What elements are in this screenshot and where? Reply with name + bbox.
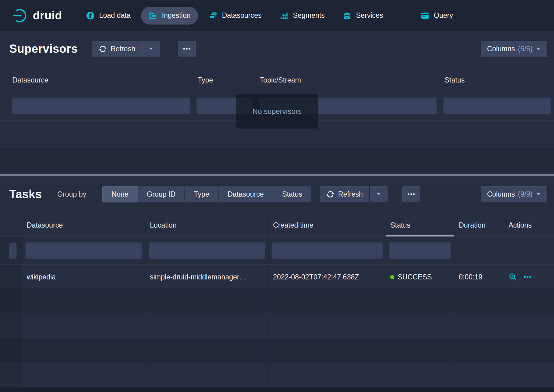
refresh-interval-button[interactable] [370, 186, 388, 202]
task-filter-location-input[interactable] [149, 242, 265, 259]
nav-item-query[interactable]: Query [413, 7, 461, 25]
columns-label: Columns [487, 45, 515, 53]
task-actions [504, 265, 554, 289]
empty-cell [22, 289, 146, 313]
column-header-type[interactable]: Type [193, 70, 256, 91]
tasks-columns-button[interactable]: Columns (9/9) [481, 186, 547, 202]
empty-cell [146, 338, 269, 363]
empty-cell [22, 338, 146, 363]
section-resize-splitter[interactable] [0, 174, 554, 176]
supervisors-header-row: Datasource Type Topic/Stream Status [0, 70, 554, 91]
empty-cell [504, 289, 554, 313]
brand-name: druid [33, 9, 62, 22]
nav-item-segments[interactable]: Segments [272, 7, 332, 25]
nav-item-label: Services [356, 11, 383, 20]
column-header-duration[interactable]: Duration [455, 214, 504, 236]
nav-divider [70, 9, 70, 22]
task-id-filter-stub[interactable] [9, 242, 17, 259]
empty-cell [0, 121, 193, 147]
tasks-header-row: Datasource Location Created time Status … [0, 214, 554, 236]
column-header-actions[interactable]: Actions [504, 214, 554, 236]
group-by-datasource-button[interactable]: Datasource [218, 186, 273, 202]
task-filter-datasource-input[interactable] [25, 242, 142, 259]
top-nav: druid Load data Ingestion [0, 0, 554, 31]
nav-item-datasources[interactable]: Datasources [201, 7, 269, 25]
task-location: simple-druid-middlemanager… [150, 265, 246, 289]
no-supervisors-message: No supervisors [236, 94, 318, 129]
filter-cell [269, 236, 386, 264]
refresh-label: Refresh [111, 45, 135, 53]
column-header-created-time[interactable]: Created time [269, 214, 386, 236]
chevron-down-icon [376, 191, 381, 197]
group-by-none-button[interactable]: None [102, 186, 138, 202]
zoom-in-icon[interactable] [509, 273, 517, 281]
task-duration: 0:00:19 [455, 265, 504, 289]
empty-cell [440, 121, 554, 147]
nav-item-label: Datasources [222, 11, 262, 20]
column-header-datasource[interactable]: Datasource [22, 214, 146, 236]
empty-cell [440, 148, 554, 174]
column-header-topic-stream[interactable]: Topic/Stream [256, 70, 440, 91]
refresh-icon [326, 190, 334, 198]
filter-cell [22, 236, 146, 264]
supervisors-section: Supervisors Refresh [0, 39, 554, 176]
nav-item-ingestion[interactable]: Ingestion [141, 7, 198, 25]
empty-cell [22, 363, 146, 387]
empty-cell [455, 289, 504, 313]
bottom-scrollbar-track [0, 387, 554, 392]
empty-cell [0, 338, 22, 363]
druid-logo[interactable]: druid [12, 8, 62, 24]
tasks-section: Tasks Group by None Group ID Type Dataso… [0, 184, 554, 387]
task-filter-status-input[interactable] [389, 242, 451, 259]
empty-cell [193, 148, 256, 174]
segments-icon [279, 11, 289, 20]
refresh-button[interactable]: Refresh [92, 41, 142, 57]
empty-cell [504, 314, 554, 338]
nav-item-label: Segments [293, 11, 325, 20]
column-header-status[interactable]: Status [440, 70, 554, 91]
empty-cell [146, 314, 269, 338]
empty-cell [269, 289, 386, 313]
tasks-more-button[interactable] [402, 186, 420, 202]
filter-status-input[interactable] [443, 98, 551, 114]
empty-cell [455, 338, 504, 363]
nav-item-label: Load data [99, 11, 131, 20]
status-label: SUCCESS [398, 273, 432, 281]
empty-cell [386, 338, 455, 363]
nav-item-load-data[interactable]: Load data [78, 7, 138, 25]
chevron-down-icon [536, 191, 541, 197]
more-icon[interactable] [523, 273, 532, 281]
group-by-label: Group by [57, 190, 86, 198]
group-by-group-id-button[interactable]: Group ID [138, 186, 185, 202]
more-icon [407, 193, 415, 196]
empty-cell [0, 148, 193, 174]
refresh-button[interactable]: Refresh [320, 186, 369, 202]
supervisors-more-button[interactable] [178, 41, 196, 57]
filter-datasource-input[interactable] [12, 98, 190, 114]
refresh-split-button: Refresh [92, 41, 160, 57]
empty-cell [0, 289, 22, 313]
datasources-icon [209, 11, 218, 20]
refresh-label: Refresh [338, 190, 363, 198]
column-header-location[interactable]: Location [146, 214, 269, 236]
tasks-table: Datasource Location Created time Status … [0, 214, 554, 387]
ingestion-icon [148, 11, 158, 20]
supervisors-title: Supervisors [9, 42, 78, 56]
empty-row [0, 148, 554, 174]
tasks-filter-row [0, 236, 554, 265]
task-filter-created-time-input[interactable] [272, 242, 383, 259]
supervisors-columns-button[interactable]: Columns (5/5) [481, 41, 547, 57]
supervisors-table: Datasource Type Topic/Stream Status No s… [0, 70, 554, 174]
group-by-type-button[interactable]: Type [185, 186, 218, 202]
group-by-status-button[interactable]: Status [273, 186, 311, 202]
refresh-interval-button[interactable] [142, 41, 160, 57]
nav-item-services[interactable]: Services [335, 7, 390, 25]
task-row[interactable]: wikipedia simple-druid-middlemanager… 20… [0, 265, 554, 289]
empty-cell [146, 289, 269, 313]
column-header-datasource[interactable]: Datasource [0, 70, 193, 91]
more-icon [183, 47, 191, 50]
column-header-status[interactable]: Status [386, 214, 455, 236]
druid-logo-icon [12, 8, 28, 24]
task-datasource: wikipedia [22, 265, 146, 289]
filter-cell [146, 236, 269, 264]
